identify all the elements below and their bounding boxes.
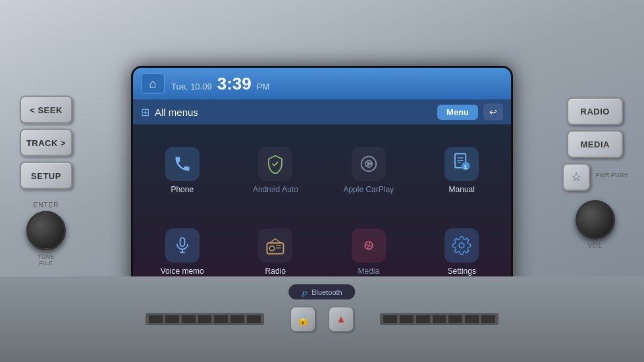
- settings-icon: [452, 236, 471, 255]
- settings-label: Settings: [448, 267, 476, 276]
- app-phone[interactable]: Phone: [136, 130, 229, 211]
- svg-point-17: [460, 243, 465, 248]
- vent-slat: [182, 315, 196, 323]
- phone-label: Phone: [171, 185, 194, 194]
- media-icon-wrapper: [352, 228, 386, 263]
- pwr-label: PWR PUSH: [595, 172, 628, 179]
- phone-icon: [173, 155, 192, 173]
- bluetooth-label: Bluetooth: [311, 288, 342, 296]
- radio-icon: [265, 236, 285, 255]
- status-bar: ⌂ Tue, 10.09 3:39 PM: [133, 68, 511, 99]
- grid-icon: ⊞: [141, 106, 149, 118]
- app-apple-carplay[interactable]: Apple CarPlay: [322, 130, 416, 211]
- vent-slat: [247, 315, 261, 323]
- carplay-icon: [359, 154, 379, 174]
- star-icon: ☆: [571, 170, 581, 184]
- svg-point-13: [270, 246, 275, 251]
- volume-knob[interactable]: [576, 200, 615, 240]
- right-controls: RADIO MEDIA ☆ PWR PUSH VOL: [562, 97, 628, 249]
- enter-knob-area: ENTER TUNEFILE: [20, 201, 72, 267]
- bluetooth-bar: ℘ Bluetooth: [288, 284, 355, 299]
- manual-icon: 1: [452, 152, 471, 172]
- manual-icon-wrapper: 1: [444, 147, 479, 181]
- media-icon: [360, 236, 378, 255]
- favorite-button[interactable]: ☆: [562, 163, 590, 191]
- vent-slat: [149, 315, 163, 323]
- car-panel: < SEEK TRACK > SETUP ENTER TUNEFILE ⌂ Tu…: [0, 0, 644, 362]
- app-manual[interactable]: 1 Manual: [416, 130, 509, 211]
- seek-button[interactable]: < SEEK: [20, 96, 72, 124]
- vent-slat: [465, 315, 479, 323]
- voice-icon-wrapper: [165, 228, 200, 263]
- enter-label: ENTER: [34, 201, 59, 209]
- vent-slat: [198, 315, 212, 323]
- back-button[interactable]: ↩: [483, 103, 503, 120]
- app-android-auto[interactable]: Android Auto: [229, 130, 323, 211]
- manual-icon-rel: 1: [452, 152, 471, 176]
- vent-slat: [165, 315, 179, 323]
- menu-button[interactable]: Menu: [437, 105, 478, 120]
- radio-label: Radio: [265, 267, 286, 276]
- volume-knob-area: VOL: [576, 200, 615, 249]
- left-controls: < SEEK TRACK > SETUP ENTER TUNEFILE: [20, 96, 72, 267]
- carplay-label: Apple CarPlay: [343, 185, 394, 194]
- vent-slat: [214, 315, 228, 323]
- vent-slat: [481, 315, 495, 323]
- menu-bar: ⊞ All menus Menu ↩: [133, 99, 511, 124]
- svg-rect-9: [180, 238, 184, 246]
- center-controls: 🔒 ▲: [290, 307, 354, 332]
- back-icon: ↩: [489, 107, 497, 117]
- phone-icon-wrapper: [165, 147, 200, 181]
- date-display: Tue, 10.09: [171, 82, 212, 91]
- media-label: Media: [358, 267, 379, 276]
- carplay-icon-wrapper: [352, 147, 386, 181]
- right-vent: [380, 313, 498, 325]
- vent-slat: [230, 315, 244, 323]
- datetime: Tue, 10.09 3:39 PM: [171, 74, 503, 94]
- vent-slat: [383, 315, 397, 323]
- voice-icon: [173, 236, 192, 255]
- vent-slat: [400, 315, 414, 323]
- app-grid: Phone Android Auto: [133, 124, 511, 296]
- all-menus-label: All menus: [155, 107, 432, 118]
- home-button[interactable]: ⌂: [141, 73, 165, 94]
- media-button[interactable]: MEDIA: [567, 130, 623, 158]
- lock-button[interactable]: 🔒: [290, 307, 315, 332]
- hazard-icon: ▲: [336, 313, 346, 325]
- time-display: 3:39: [217, 74, 252, 94]
- radio-button[interactable]: RADIO: [567, 97, 623, 125]
- android-auto-icon: [265, 154, 285, 174]
- vent-slat: [448, 315, 462, 323]
- ampm-display: PM: [257, 82, 270, 91]
- left-vent: [146, 313, 264, 325]
- manual-label: Manual: [449, 185, 475, 194]
- hazard-button[interactable]: ▲: [329, 307, 354, 332]
- settings-icon-wrapper: [444, 228, 479, 263]
- lock-icon: 🔒: [296, 313, 309, 326]
- radio-icon-wrapper: [258, 228, 292, 263]
- android-auto-label: Android Auto: [253, 185, 298, 194]
- voice-memo-label: Voice memo: [161, 267, 204, 276]
- vent-slat: [416, 315, 430, 323]
- vent-slat: [433, 315, 446, 323]
- android-icon-wrapper: [258, 147, 292, 181]
- setup-button[interactable]: SETUP: [20, 162, 72, 190]
- tune-label: TUNEFILE: [38, 253, 55, 267]
- track-button[interactable]: TRACK >: [20, 129, 72, 157]
- home-icon: ⌂: [149, 77, 157, 91]
- bluetooth-icon: ℘: [302, 287, 308, 297]
- vol-label: VOL: [587, 242, 603, 249]
- infotainment-screen: ⌂ Tue, 10.09 3:39 PM ⊞ All menus Menu ↩: [131, 66, 513, 296]
- svg-text:1: 1: [464, 163, 468, 170]
- tune-knob[interactable]: [26, 211, 66, 251]
